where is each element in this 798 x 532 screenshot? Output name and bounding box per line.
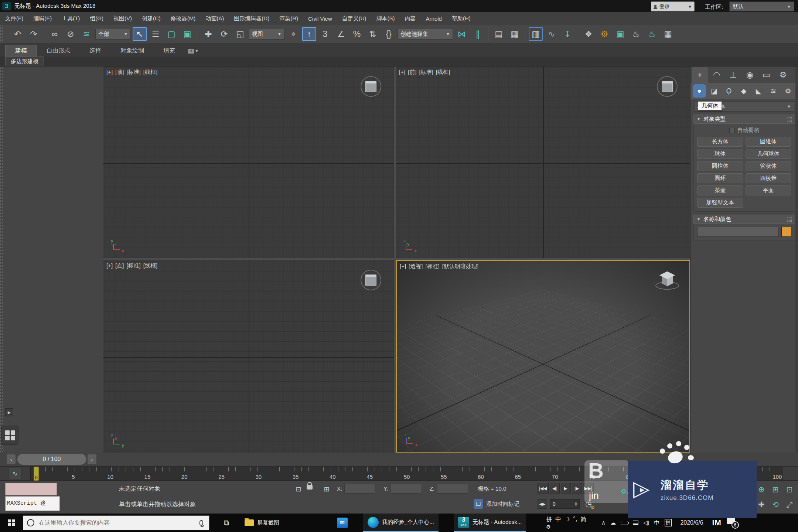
viewport-menu-general[interactable]: [+] [400, 263, 406, 270]
ribbon-overflow-button[interactable]: ▾▾ [185, 48, 201, 57]
menu-item[interactable]: 脚本(S) [376, 15, 395, 22]
play-button[interactable]: ▶ [561, 483, 571, 494]
network-icon[interactable] [633, 521, 638, 525]
viewport-top[interactable]: [+] [顶] [标准] [线框] yxz [103, 66, 394, 258]
menu-item[interactable]: 编辑(E) [33, 15, 52, 22]
display-tab[interactable]: ▭ [758, 67, 774, 83]
use-pivot-point-icon[interactable]: ⌖ [286, 27, 300, 41]
viewport-menu-pov[interactable]: [左] [115, 262, 124, 269]
y-coordinate-field[interactable] [391, 484, 422, 494]
ribbon-tab[interactable]: 对象绘制 [111, 45, 154, 57]
key-mode-toggle[interactable]: ◀▶ [538, 499, 547, 509]
viewport-menu-general[interactable]: [+] [106, 69, 113, 76]
motion-tab[interactable]: ◉ [742, 67, 758, 83]
menu-item[interactable]: 自定义(U) [342, 15, 366, 22]
go-to-start-button[interactable]: |◀◀ [538, 483, 549, 494]
menu-item[interactable]: 帮助(H) [452, 15, 471, 22]
layer-manager-icon[interactable]: ▤ [492, 27, 506, 41]
rollout-header[interactable]: ▼ 对象类型 ⣿⣿ [693, 115, 795, 124]
taskbar-mail-app[interactable]: ✉ [332, 514, 352, 532]
separator[interactable] [44, 27, 44, 41]
viewcube[interactable] [655, 269, 680, 295]
im-tray-logo[interactable]: IM [712, 518, 722, 527]
separator[interactable] [525, 27, 525, 41]
current-frame-marker[interactable]: 0 [34, 467, 39, 481]
render-production-icon[interactable]: ♨ [629, 27, 643, 41]
create-tab[interactable]: + [692, 67, 708, 83]
lights-icon[interactable]: Ϙ [722, 84, 736, 98]
maxscript-mini-listener[interactable]: MAXScript 迷 [5, 496, 60, 511]
menu-item[interactable]: 视图(V) [113, 15, 132, 22]
menu-item[interactable]: 内容 [405, 15, 416, 22]
menu-item[interactable]: 动画(A) [205, 15, 224, 22]
next-frame-button[interactable]: |▶ [572, 483, 582, 494]
viewport-menu-general[interactable]: [+] [399, 69, 405, 76]
menu-item[interactable]: 图形编辑器(D) [234, 15, 269, 22]
window-crossing-icon[interactable]: ▣ [180, 27, 194, 41]
primitive-button[interactable]: 几何球体 [746, 149, 792, 159]
microphone-icon[interactable] [200, 520, 203, 526]
undo-icon[interactable]: ↶ [11, 27, 25, 41]
primitive-button[interactable]: 四棱锥 [746, 173, 792, 183]
material-editor-icon[interactable]: ❖ [582, 27, 596, 41]
toolbar-grip[interactable] [0, 25, 3, 43]
primitive-button[interactable]: 平面 [746, 185, 792, 195]
absolute-mode-icon[interactable]: ⊞ [321, 484, 332, 495]
task-view-button[interactable]: ⧉ [216, 514, 237, 532]
select-and-link-icon[interactable]: ∞ [48, 27, 62, 41]
viewport-menu-standard[interactable]: [标准] [419, 69, 433, 76]
select-and-manipulate-icon[interactable]: ↑ [302, 27, 316, 41]
dock-grip[interactable] [0, 66, 3, 453]
select-and-move-icon[interactable]: ✚ [201, 27, 215, 41]
utilities-tab[interactable]: ⚙ [775, 67, 791, 83]
sign-in-dropdown[interactable]: 登录 ▼ [651, 1, 695, 11]
menu-item[interactable]: 组(G) [90, 15, 103, 22]
viewport-menu-standard[interactable]: [标准] [126, 69, 140, 76]
autogrid-checkbox[interactable] [729, 128, 734, 133]
render-iterative-icon[interactable]: ♨ [645, 27, 659, 41]
ime-settings-icon[interactable]: ⚙ [546, 524, 586, 530]
maximize-viewport-icon[interactable]: ⤢ [782, 497, 797, 512]
add-time-tag[interactable]: ☐ 添加时间标记 [474, 499, 519, 509]
menu-item[interactable]: 修改器(M) [171, 15, 196, 22]
orbit-icon[interactable]: ⟲ [768, 497, 782, 512]
viewport-front[interactable]: [+] [前] [标准] [线框] zxy [396, 66, 690, 258]
select-and-rotate-icon[interactable]: ⟳ [217, 27, 231, 41]
reference-coordinate-dropdown[interactable]: 视图▼ [249, 29, 284, 40]
space-warps-icon[interactable]: ≋ [767, 84, 780, 98]
workspace-dropdown[interactable]: 默认 ▼ [729, 1, 794, 11]
start-button[interactable] [0, 514, 23, 532]
primitive-button[interactable]: 圆柱体 [697, 161, 743, 171]
edit-named-selections-icon[interactable]: {} [382, 27, 396, 41]
named-selection-sets-dropdown[interactable]: 创建选择集▼ [398, 29, 453, 40]
primitive-button[interactable]: 管状体 [746, 161, 792, 171]
zoom-extents-icon[interactable]: ⊡ [782, 482, 797, 497]
viewcube[interactable] [361, 270, 381, 290]
layer-list-icon[interactable]: ▦ [508, 27, 522, 41]
helpers-icon[interactable]: ◣ [752, 84, 765, 98]
viewport-perspective[interactable]: [+] [透视] [标准] [默认明暗处理] zxy [396, 260, 690, 453]
align-icon[interactable]: ∥ [471, 27, 485, 41]
viewport-menu-shading[interactable]: [默认明暗处理] [442, 263, 478, 270]
viewport-left[interactable]: [+] [左] [标准] [线框] zyx [103, 260, 394, 453]
hierarchy-tab[interactable]: ⊥ [725, 67, 741, 83]
snaps-toggle-icon[interactable]: 3 [318, 27, 332, 41]
polygon-modeling-panel[interactable]: 多边形建模 [5, 57, 44, 66]
select-and-scale-icon[interactable]: ◱ [233, 27, 247, 41]
menu-item[interactable]: 工具(T) [62, 15, 80, 22]
isolate-selection-icon[interactable]: ⊡ [293, 484, 304, 495]
cameras-icon[interactable]: ◆ [737, 84, 750, 98]
viewport-menu-standard[interactable]: [标准] [126, 262, 140, 269]
previous-frame-arrow[interactable]: ‹ [7, 454, 16, 464]
frame-spinner[interactable]: ▲▼ [573, 499, 579, 509]
select-object-icon[interactable]: ↖ [133, 27, 147, 41]
x-coordinate-field[interactable] [344, 484, 375, 494]
ribbon-tab[interactable]: 选择 [80, 45, 111, 57]
viewport-menu-general[interactable]: [+] [106, 262, 113, 269]
onedrive-icon[interactable]: ☁ [610, 519, 616, 526]
object-name-field[interactable] [697, 227, 779, 237]
ribbon-tab[interactable]: 填充 [154, 45, 185, 57]
rectangular-selection-icon[interactable]: ▢ [164, 27, 178, 41]
scene-explorer-icon[interactable]: ▥ [529, 27, 543, 41]
search-input[interactable] [38, 519, 196, 526]
